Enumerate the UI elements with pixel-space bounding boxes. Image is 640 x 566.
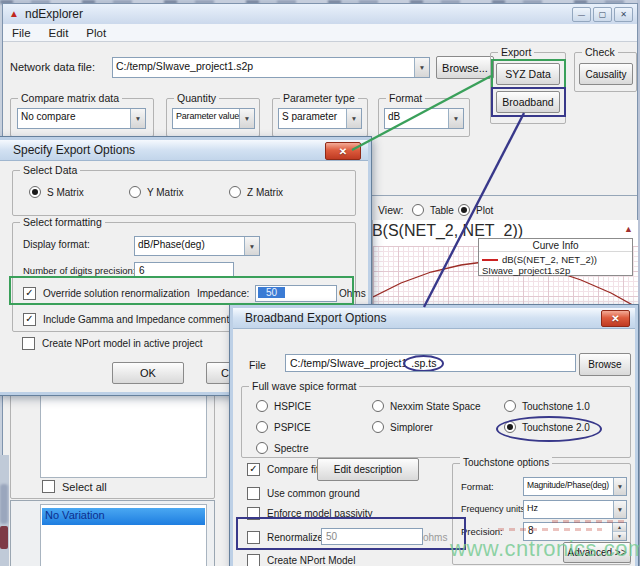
ts-frequency-value: Hz	[524, 501, 613, 518]
override-renorm-label: Override solution renormalization	[43, 288, 190, 299]
broadband-dialog-close-button[interactable]: ✕	[601, 310, 630, 327]
broadband-dialog-title: Broadband Export Options	[245, 311, 386, 325]
menu-plot[interactable]: Plot	[77, 27, 115, 39]
file-extension-annotated: .sp.ts	[403, 355, 444, 372]
impedance-label: Impedance:	[197, 288, 249, 299]
browse-file-button[interactable]: Browse	[579, 353, 631, 376]
nport-active-project-checkbox[interactable]: Create NPort model in active project	[22, 338, 203, 350]
ts-precision-value: 8	[524, 523, 612, 540]
radio-icon	[372, 400, 384, 412]
ts-format-value: Magnitude/Phase(deg)	[524, 478, 613, 495]
compare-fit-checkbox[interactable]: ✓ Compare fit	[247, 464, 319, 476]
specify-dialog-close-button[interactable]: ✕	[325, 142, 361, 160]
minimize-button[interactable]: —	[572, 7, 591, 22]
file-input[interactable]: C:/temp/SIwave_project1.sp.ts	[285, 354, 576, 372]
impedance-units-label: Ohms	[339, 288, 366, 299]
touchstone-options-label: Touchstone options	[460, 457, 552, 468]
radio-icon	[29, 186, 41, 198]
override-renorm-checkbox[interactable]: ✓ Override solution renormalization	[23, 288, 190, 300]
pspice-label: PSPICE	[274, 422, 311, 433]
touchstone10-label: Touchstone 1.0	[522, 401, 590, 412]
checkbox-icon	[247, 554, 260, 566]
checkbox-icon	[22, 337, 35, 350]
simplorer-radio[interactable]: Simplorer	[372, 421, 433, 433]
radio-icon	[504, 400, 516, 412]
spinner-down-icon[interactable]: ▼	[613, 531, 626, 540]
simplorer-label: Simplorer	[390, 422, 433, 433]
broadband-export-options-dialog: Broadband Export Options ✕ File C:/temp/…	[230, 305, 638, 566]
y-matrix-radio[interactable]: Y Matrix	[129, 186, 184, 198]
spinner-up-icon[interactable]: ▲	[613, 523, 626, 531]
impedance-input[interactable]: 50	[255, 285, 337, 302]
gamma-comments-checkbox[interactable]: ✓ Include Gamma and Impedance comments	[23, 314, 234, 326]
touchstone20-label: Touchstone 2.0	[522, 422, 590, 433]
ts-format-combo[interactable]: Magnitude/Phase(deg) ▼	[523, 477, 627, 496]
renormalize-checkbox[interactable]: Renormalize	[247, 532, 323, 544]
s-matrix-label: S Matrix	[47, 187, 84, 198]
menu-edit[interactable]: Edit	[40, 27, 78, 39]
window-titlebar: ▲ ndExplorer — ▢ ✕	[3, 4, 637, 25]
menu-file[interactable]: File	[3, 27, 40, 39]
ts-frequency-combo[interactable]: Hz ▼	[523, 500, 627, 519]
app-logo-icon: ▲	[9, 8, 19, 19]
digits-precision-input[interactable]: 6	[134, 262, 234, 278]
display-format-label: Display format:	[23, 239, 90, 250]
ts-precision-spinner[interactable]: 8 ▲ ▼	[523, 522, 627, 541]
display-format-combo[interactable]: dB/Phase(deg) ▼	[134, 236, 260, 256]
ts-frequency-label: Frequency units:	[461, 504, 528, 514]
spectre-radio[interactable]: Spectre	[256, 442, 308, 454]
radio-icon	[256, 421, 268, 433]
nport-active-project-label: Create NPort model in active project	[42, 338, 203, 349]
checkbox-check-icon: ✓	[247, 463, 260, 476]
dropdown-arrow-icon[interactable]: ▼	[244, 237, 259, 255]
touchstone10-radio[interactable]: Touchstone 1.0	[504, 400, 590, 412]
ok-button[interactable]: OK	[112, 362, 184, 384]
impedance-selected-value: 50	[258, 287, 285, 298]
z-matrix-radio[interactable]: Z Matrix	[229, 186, 283, 198]
common-ground-checkbox[interactable]: Use common ground	[247, 488, 360, 500]
variation-list-item-selected[interactable]: No Variation	[42, 508, 205, 525]
touchstone20-radio[interactable]: Touchstone 2.0	[504, 421, 590, 433]
display-format-value: dB/Phase(deg)	[135, 237, 244, 255]
specify-dialog-title: Specify Export Options	[13, 143, 135, 157]
select-all-checkbox[interactable]: Select all	[42, 481, 107, 493]
create-nport-checkbox[interactable]: Create NPort Model	[247, 555, 355, 566]
window-title: ndExplorer	[25, 7, 83, 21]
checkbox-icon	[42, 480, 55, 493]
digits-precision-label: Number of digits precision:	[23, 265, 135, 276]
renormalize-input[interactable]: 50	[321, 528, 423, 545]
advanced-button[interactable]: Advanced >>	[563, 542, 631, 563]
close-button[interactable]: ✕	[614, 7, 633, 22]
checkbox-check-icon: ✓	[23, 313, 36, 326]
nexxim-radio[interactable]: Nexxim State Space	[372, 400, 481, 412]
s-matrix-radio[interactable]: S Matrix	[29, 186, 84, 198]
radio-icon	[256, 442, 268, 454]
select-data-group: Select Data S Matrix Y Matrix Z Matrix	[12, 170, 356, 216]
radio-icon	[229, 186, 241, 198]
variation-listbox[interactable]: No Variation	[40, 504, 207, 566]
y-matrix-label: Y Matrix	[147, 187, 184, 198]
z-matrix-label: Z Matrix	[247, 187, 283, 198]
dropdown-arrow-icon[interactable]: ▼	[613, 478, 626, 495]
dropdown-arrow-icon[interactable]: ▼	[613, 501, 626, 518]
hspice-radio[interactable]: HSPICE	[256, 400, 311, 412]
select-all-label: Select all	[62, 481, 107, 493]
edit-description-button[interactable]: Edit description	[317, 458, 419, 481]
specify-dialog-titlebar: Specify Export Options	[0, 140, 368, 161]
file-value-base: C:/temp/SIwave_project1	[290, 357, 407, 369]
gamma-comments-label: Include Gamma and Impedance comments	[43, 314, 234, 325]
radio-icon	[372, 421, 384, 433]
renormalize-units-label: ohms	[423, 532, 447, 543]
screenshot-root: ▲ ndExplorer — ▢ ✕ File Edit Plot Networ…	[0, 0, 640, 566]
select-data-label: Select Data	[20, 164, 80, 176]
pspice-radio[interactable]: PSPICE	[256, 421, 311, 433]
desktop-left-blob	[0, 484, 8, 524]
passivity-checkbox[interactable]: Enforce model passivity	[247, 508, 373, 520]
spice-format-group: Full wave spice format HSPICE PSPICE Spe…	[241, 386, 631, 458]
passivity-label: Enforce model passivity	[267, 508, 373, 519]
hspice-label: HSPICE	[274, 401, 311, 412]
spinner-arrows[interactable]: ▲ ▼	[612, 523, 626, 540]
maximize-button[interactable]: ▢	[593, 7, 612, 22]
ts-precision-label: Precision:	[461, 526, 503, 537]
file-value-ext: .sp.ts	[411, 357, 436, 369]
